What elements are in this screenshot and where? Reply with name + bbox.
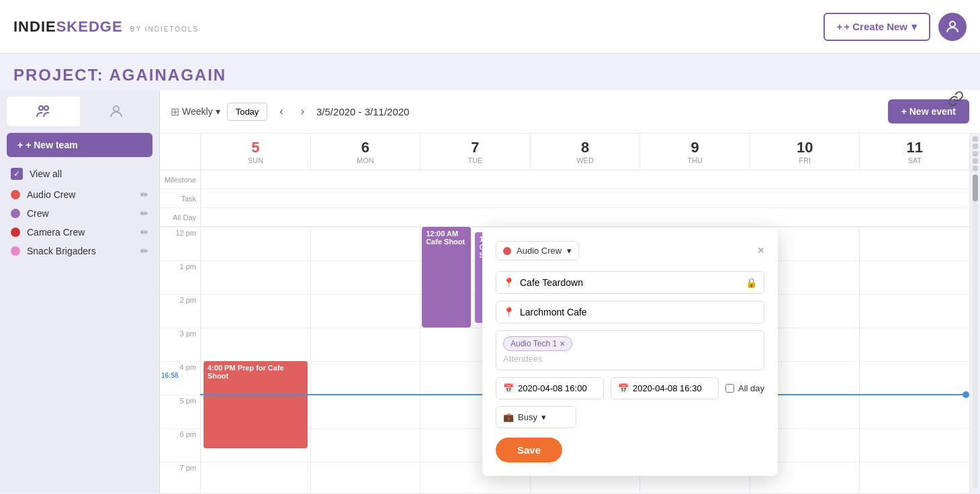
time-3pm: 3 pm — [160, 328, 200, 361]
link-icon[interactable] — [948, 91, 964, 111]
camera-crew-edit-icon[interactable]: ✏ — [140, 227, 148, 238]
day-col-mon[interactable] — [310, 227, 420, 493]
view-chevron-icon: ▾ — [216, 106, 220, 117]
svg-point-3 — [114, 106, 119, 111]
slot-sun-7[interactable] — [201, 462, 310, 493]
header-day-11: 11 Sat — [859, 134, 969, 170]
slot-sat-1[interactable] — [860, 260, 969, 294]
day-col-sat[interactable] — [859, 227, 969, 493]
audio-crew-label: Audio Crew — [27, 189, 134, 200]
new-team-label: + New team — [26, 140, 77, 150]
scrollbar-thumb[interactable] — [973, 175, 978, 201]
slot-mon-3[interactable] — [311, 328, 420, 361]
slot-mon-7[interactable] — [311, 462, 420, 493]
project-title: PROJECT: AGAINAGAIN — [0, 54, 980, 90]
slot-sat-6[interactable] — [860, 428, 969, 462]
svg-point-2 — [44, 106, 48, 110]
popup-end-date-input[interactable] — [633, 383, 711, 393]
crew-edit-icon[interactable]: ✏ — [140, 208, 148, 219]
audio-crew-edit-icon[interactable]: ✏ — [140, 189, 148, 200]
main-layout: + + New team ✓ View all Audio Crew ✏ Cre… — [0, 90, 980, 493]
chevron-down-icon: ▾ — [911, 21, 917, 33]
sidebar-tab-person[interactable] — [80, 97, 153, 126]
event-prep-cafe[interactable]: 4:00 PM Prep for Cafe Shoot — [204, 361, 308, 448]
popup-team-select[interactable]: Audio Crew ▾ — [496, 241, 579, 260]
calendar-grid[interactable]: 5 Sun 6 Mon 7 Tue 8 Wed — [160, 134, 969, 493]
popup-attendees-field[interactable]: Audio Tech 1 × Attendees — [496, 330, 764, 370]
allday-checkbox-wrapper[interactable]: All day — [725, 383, 764, 393]
task-cells — [200, 189, 969, 207]
allday-row: All Day — [160, 208, 969, 227]
popup-status-select[interactable]: 💼 Busy ▾ — [496, 406, 576, 428]
view-label: Weekly — [182, 106, 213, 117]
svg-point-1 — [39, 106, 43, 110]
slot-mon-6[interactable] — [311, 428, 420, 462]
team-item-camera[interactable]: Camera Crew ✏ — [0, 223, 159, 242]
next-button[interactable]: › — [296, 103, 310, 120]
scrollbar-track[interactable] — [973, 175, 978, 489]
prev-button[interactable]: ‹ — [274, 103, 288, 120]
slot-sun-3[interactable] — [201, 328, 310, 361]
popup-title-field[interactable]: 📍 🔒 — [496, 271, 764, 294]
day-num-11: 11 — [860, 139, 969, 156]
snack-brigaders-label: Snack Brigaders — [27, 246, 134, 256]
slot-mon-2[interactable] — [311, 294, 420, 328]
map-pin-icon: 📍 — [503, 307, 515, 317]
camera-crew-label: Camera Crew — [27, 227, 134, 238]
team-item-audio[interactable]: Audio Crew ✏ — [0, 185, 159, 204]
slot-mon-1[interactable] — [311, 260, 420, 294]
event-cafe-shoot-tue[interactable]: 12:00 AM Cafe Shoot — [422, 227, 471, 328]
slot-sat-5[interactable] — [860, 395, 969, 428]
special-rows: Milestone Task All Day — [160, 170, 969, 227]
right-scrollbar[interactable] — [969, 134, 980, 493]
today-button[interactable]: Today — [227, 103, 268, 121]
view-all-item[interactable]: ✓ View all — [0, 162, 159, 185]
slot-mon-4[interactable] — [311, 361, 420, 395]
slot-sat-4[interactable] — [860, 361, 969, 395]
milestone-row: Milestone — [160, 170, 969, 189]
day-col-sun[interactable]: 4:00 PM Prep for Cafe Shoot — [200, 227, 310, 493]
slot-mon-12[interactable] — [311, 227, 420, 260]
task-row: Task — [160, 189, 969, 208]
popup-end-date-field[interactable]: 📅 — [611, 377, 719, 399]
view-all-checkbox[interactable]: ✓ — [11, 168, 23, 180]
view-select[interactable]: ⊞ Weekly ▾ — [171, 105, 220, 118]
popup-location-field[interactable]: 📍 — [496, 301, 764, 324]
team-item-snack[interactable]: Snack Brigaders ✏ — [0, 242, 159, 260]
popup-close-button[interactable]: × — [757, 244, 764, 258]
milestone-label: Milestone — [160, 170, 200, 189]
popup-team-dot — [503, 247, 511, 255]
calendar-body-wrapper: 5 Sun 6 Mon 7 Tue 8 Wed — [160, 134, 980, 493]
slot-sat-3[interactable] — [860, 328, 969, 361]
day-name-8: Wed — [531, 156, 640, 164]
attendee-remove-icon[interactable]: × — [560, 339, 565, 348]
attendee-name: Audio Tech 1 — [510, 339, 557, 348]
attendees-placeholder: Attendees — [503, 354, 757, 364]
slot-mon-5[interactable] — [311, 395, 420, 428]
slot-sat-12[interactable] — [860, 227, 969, 260]
popup-start-date-field[interactable]: 📅 — [496, 377, 604, 399]
slot-sat-2[interactable] — [860, 294, 969, 328]
popup-location-input[interactable] — [520, 307, 757, 317]
popup-title-input[interactable] — [520, 277, 740, 288]
calendar-area: ⊞ Weekly ▾ Today ‹ › 3/5/2020 - 3/11/202… — [160, 90, 980, 493]
sidebar-tab-team[interactable] — [7, 97, 80, 126]
slot-sat-7[interactable] — [860, 462, 969, 493]
create-new-button[interactable]: + + Create New ▾ — [823, 13, 930, 41]
popup-start-date-input[interactable] — [518, 383, 596, 393]
popup-status-label: Busy — [518, 412, 537, 422]
team-item-crew[interactable]: Crew ✏ — [0, 204, 159, 223]
topbar-right: + + Create New ▾ — [823, 13, 967, 41]
slot-sun-2[interactable] — [201, 294, 310, 328]
new-team-button[interactable]: + + New team — [7, 133, 152, 157]
logo: INDIESKEDGE BY INDIETOOLS — [13, 18, 199, 36]
time-5pm: 5 pm — [160, 395, 200, 428]
slot-sun-1[interactable] — [201, 260, 310, 294]
save-button[interactable]: Save — [496, 438, 562, 462]
location-pin-icon: 📍 — [503, 277, 515, 288]
audio-crew-dot — [11, 190, 20, 199]
slot-sun-12[interactable] — [201, 227, 310, 260]
avatar[interactable] — [938, 13, 967, 41]
snack-brigaders-edit-icon[interactable]: ✏ — [140, 246, 148, 256]
allday-checkbox[interactable] — [725, 384, 734, 393]
